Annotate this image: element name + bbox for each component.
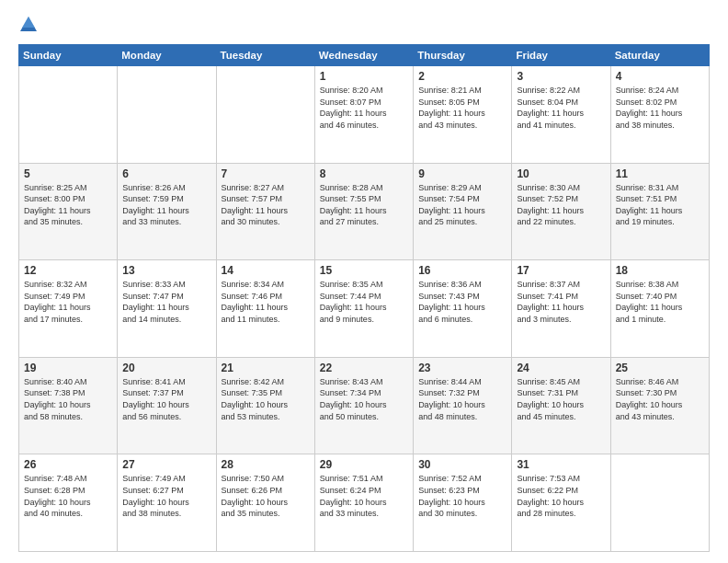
weekday-header-wednesday: Wednesday: [314, 45, 413, 66]
day-number: 15: [320, 264, 408, 277]
day-info: Sunrise: 8:25 AM Sunset: 8:00 PM Dayligh…: [24, 182, 112, 228]
calendar-cell: 26Sunrise: 7:48 AM Sunset: 6:28 PM Dayli…: [19, 454, 118, 552]
calendar-cell: 23Sunrise: 8:44 AM Sunset: 7:32 PM Dayli…: [414, 357, 512, 454]
day-info: Sunrise: 8:21 AM Sunset: 8:05 PM Dayligh…: [418, 85, 506, 131]
day-info: Sunrise: 8:45 AM Sunset: 7:31 PM Dayligh…: [517, 376, 605, 422]
calendar-cell: 5Sunrise: 8:25 AM Sunset: 8:00 PM Daylig…: [19, 163, 118, 260]
calendar-cell: 31Sunrise: 7:53 AM Sunset: 6:22 PM Dayli…: [512, 454, 610, 552]
weekday-header-friday: Friday: [512, 45, 610, 66]
header: [18, 15, 710, 35]
calendar-cell: 17Sunrise: 8:37 AM Sunset: 7:41 PM Dayli…: [512, 260, 610, 358]
calendar-cell: 6Sunrise: 8:26 AM Sunset: 7:59 PM Daylig…: [118, 163, 216, 260]
day-info: Sunrise: 8:29 AM Sunset: 7:54 PM Dayligh…: [418, 182, 506, 228]
calendar-cell: 19Sunrise: 8:40 AM Sunset: 7:38 PM Dayli…: [19, 357, 118, 454]
day-info: Sunrise: 7:52 AM Sunset: 6:23 PM Dayligh…: [418, 473, 506, 519]
day-number: 27: [122, 458, 210, 471]
day-number: 12: [24, 264, 112, 277]
day-info: Sunrise: 8:37 AM Sunset: 7:41 PM Dayligh…: [517, 279, 605, 325]
calendar-cell: 15Sunrise: 8:35 AM Sunset: 7:44 PM Dayli…: [314, 260, 413, 358]
day-number: 3: [517, 70, 605, 83]
day-number: 5: [24, 167, 112, 180]
day-info: Sunrise: 7:48 AM Sunset: 6:28 PM Dayligh…: [24, 473, 112, 519]
day-number: 11: [616, 167, 704, 180]
calendar-cell: 18Sunrise: 8:38 AM Sunset: 7:40 PM Dayli…: [610, 260, 709, 358]
day-info: Sunrise: 8:26 AM Sunset: 7:59 PM Dayligh…: [122, 182, 210, 228]
day-number: 8: [320, 167, 408, 180]
day-number: 4: [616, 70, 704, 83]
calendar-cell: 28Sunrise: 7:50 AM Sunset: 6:26 PM Dayli…: [216, 454, 314, 552]
calendar-cell: 11Sunrise: 8:31 AM Sunset: 7:51 PM Dayli…: [610, 163, 709, 260]
calendar-cell: 29Sunrise: 7:51 AM Sunset: 6:24 PM Dayli…: [314, 454, 413, 552]
svg-marker-1: [22, 17, 35, 28]
calendar-cell: 16Sunrise: 8:36 AM Sunset: 7:43 PM Dayli…: [414, 260, 512, 358]
day-number: 16: [418, 264, 506, 277]
calendar-cell: [216, 66, 314, 164]
calendar-cell: 8Sunrise: 8:28 AM Sunset: 7:55 PM Daylig…: [314, 163, 413, 260]
day-number: 10: [517, 167, 605, 180]
logo: [18, 15, 43, 35]
day-info: Sunrise: 7:49 AM Sunset: 6:27 PM Dayligh…: [122, 473, 210, 519]
day-number: 23: [418, 362, 506, 374]
logo-icon: [18, 15, 39, 35]
day-info: Sunrise: 8:43 AM Sunset: 7:34 PM Dayligh…: [320, 376, 408, 422]
weekday-header-monday: Monday: [118, 45, 216, 66]
day-info: Sunrise: 8:46 AM Sunset: 7:30 PM Dayligh…: [616, 376, 704, 422]
calendar-cell: 24Sunrise: 8:45 AM Sunset: 7:31 PM Dayli…: [512, 357, 610, 454]
calendar-table: SundayMondayTuesdayWednesdayThursdayFrid…: [18, 44, 710, 552]
calendar-cell: 25Sunrise: 8:46 AM Sunset: 7:30 PM Dayli…: [610, 357, 709, 454]
day-number: 30: [418, 458, 506, 471]
day-number: 19: [24, 362, 112, 374]
day-info: Sunrise: 7:51 AM Sunset: 6:24 PM Dayligh…: [320, 473, 408, 519]
calendar-cell: [118, 66, 216, 164]
weekday-header-saturday: Saturday: [610, 45, 709, 66]
calendar-cell: [610, 454, 709, 552]
calendar-cell: 13Sunrise: 8:33 AM Sunset: 7:47 PM Dayli…: [118, 260, 216, 358]
day-number: 20: [122, 362, 210, 374]
day-number: 17: [517, 264, 605, 277]
week-row-1: 1Sunrise: 8:20 AM Sunset: 8:07 PM Daylig…: [19, 66, 710, 164]
calendar-cell: 20Sunrise: 8:41 AM Sunset: 7:37 PM Dayli…: [118, 357, 216, 454]
weekday-header-tuesday: Tuesday: [216, 45, 314, 66]
day-info: Sunrise: 7:50 AM Sunset: 6:26 PM Dayligh…: [222, 473, 310, 519]
week-row-3: 12Sunrise: 8:32 AM Sunset: 7:49 PM Dayli…: [19, 260, 710, 358]
calendar-cell: 30Sunrise: 7:52 AM Sunset: 6:23 PM Dayli…: [414, 454, 512, 552]
weekday-header-row: SundayMondayTuesdayWednesdayThursdayFrid…: [19, 45, 710, 66]
day-number: 31: [517, 458, 605, 471]
calendar-cell: 2Sunrise: 8:21 AM Sunset: 8:05 PM Daylig…: [414, 66, 512, 164]
day-info: Sunrise: 8:40 AM Sunset: 7:38 PM Dayligh…: [24, 376, 112, 422]
calendar-cell: 7Sunrise: 8:27 AM Sunset: 7:57 PM Daylig…: [216, 163, 314, 260]
day-number: 22: [320, 362, 408, 374]
day-info: Sunrise: 8:31 AM Sunset: 7:51 PM Dayligh…: [616, 182, 704, 228]
weekday-header-sunday: Sunday: [19, 45, 118, 66]
calendar-cell: 9Sunrise: 8:29 AM Sunset: 7:54 PM Daylig…: [414, 163, 512, 260]
day-info: Sunrise: 7:53 AM Sunset: 6:22 PM Dayligh…: [517, 473, 605, 519]
day-number: 18: [616, 264, 704, 277]
day-number: 13: [122, 264, 210, 277]
day-info: Sunrise: 8:35 AM Sunset: 7:44 PM Dayligh…: [320, 279, 408, 325]
day-info: Sunrise: 8:41 AM Sunset: 7:37 PM Dayligh…: [122, 376, 210, 422]
calendar-cell: [19, 66, 118, 164]
day-info: Sunrise: 8:44 AM Sunset: 7:32 PM Dayligh…: [418, 376, 506, 422]
day-info: Sunrise: 8:32 AM Sunset: 7:49 PM Dayligh…: [24, 279, 112, 325]
day-info: Sunrise: 8:27 AM Sunset: 7:57 PM Dayligh…: [222, 182, 310, 228]
day-number: 9: [418, 167, 506, 180]
calendar-cell: 10Sunrise: 8:30 AM Sunset: 7:52 PM Dayli…: [512, 163, 610, 260]
day-number: 29: [320, 458, 408, 471]
day-info: Sunrise: 8:33 AM Sunset: 7:47 PM Dayligh…: [122, 279, 210, 325]
week-row-5: 26Sunrise: 7:48 AM Sunset: 6:28 PM Dayli…: [19, 454, 710, 552]
calendar-cell: 4Sunrise: 8:24 AM Sunset: 8:02 PM Daylig…: [610, 66, 709, 164]
day-info: Sunrise: 8:42 AM Sunset: 7:35 PM Dayligh…: [222, 376, 310, 422]
day-number: 7: [222, 167, 310, 180]
day-info: Sunrise: 8:20 AM Sunset: 8:07 PM Dayligh…: [320, 85, 408, 131]
calendar-cell: 3Sunrise: 8:22 AM Sunset: 8:04 PM Daylig…: [512, 66, 610, 164]
week-row-2: 5Sunrise: 8:25 AM Sunset: 8:00 PM Daylig…: [19, 163, 710, 260]
calendar-cell: 22Sunrise: 8:43 AM Sunset: 7:34 PM Dayli…: [314, 357, 413, 454]
day-info: Sunrise: 8:28 AM Sunset: 7:55 PM Dayligh…: [320, 182, 408, 228]
page: SundayMondayTuesdayWednesdayThursdayFrid…: [0, 0, 728, 563]
day-number: 25: [616, 362, 704, 374]
calendar-cell: 1Sunrise: 8:20 AM Sunset: 8:07 PM Daylig…: [314, 66, 413, 164]
day-info: Sunrise: 8:34 AM Sunset: 7:46 PM Dayligh…: [222, 279, 310, 325]
day-info: Sunrise: 8:24 AM Sunset: 8:02 PM Dayligh…: [616, 85, 704, 131]
calendar-cell: 27Sunrise: 7:49 AM Sunset: 6:27 PM Dayli…: [118, 454, 216, 552]
calendar-cell: 21Sunrise: 8:42 AM Sunset: 7:35 PM Dayli…: [216, 357, 314, 454]
